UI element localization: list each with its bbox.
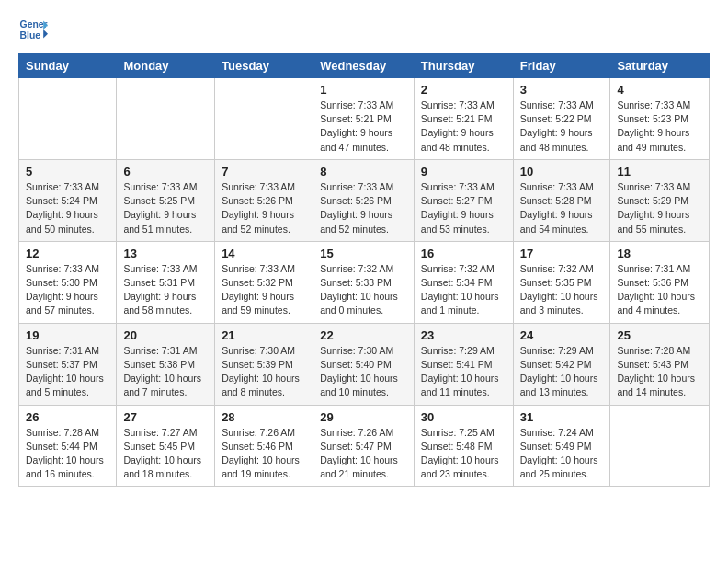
day-number: 31 [520,410,604,424]
calendar-cell: 1Sunrise: 7:33 AM Sunset: 5:21 PM Daylig… [313,78,415,160]
day-info: Sunrise: 7:31 AM Sunset: 5:36 PM Dayligh… [617,262,702,318]
day-info: Sunrise: 7:28 AM Sunset: 5:44 PM Dayligh… [26,426,109,482]
day-number: 4 [617,83,702,97]
day-info: Sunrise: 7:32 AM Sunset: 5:35 PM Dayligh… [520,262,604,318]
calendar-table: SundayMondayTuesdayWednesdayThursdayFrid… [18,53,710,487]
day-number: 20 [123,328,208,342]
calendar-cell [215,78,313,160]
day-number: 11 [617,165,702,178]
day-info: Sunrise: 7:25 AM Sunset: 5:48 PM Dayligh… [421,426,506,482]
page-header: General Blue [18,15,710,44]
logo: General Blue [18,15,48,44]
calendar-cell: 25Sunrise: 7:28 AM Sunset: 5:43 PM Dayli… [610,323,710,405]
day-info: Sunrise: 7:33 AM Sunset: 5:30 PM Dayligh… [26,262,109,318]
calendar-cell: 16Sunrise: 7:32 AM Sunset: 5:34 PM Dayli… [414,241,513,323]
day-info: Sunrise: 7:32 AM Sunset: 5:33 PM Dayligh… [320,262,407,318]
day-info: Sunrise: 7:29 AM Sunset: 5:41 PM Dayligh… [421,344,506,400]
day-number: 18 [617,247,702,260]
day-number: 26 [26,410,109,424]
calendar-cell: 19Sunrise: 7:31 AM Sunset: 5:37 PM Dayli… [19,323,117,405]
day-number: 10 [520,165,604,178]
svg-marker-3 [43,29,48,39]
calendar-cell [610,405,710,487]
day-info: Sunrise: 7:33 AM Sunset: 5:27 PM Dayligh… [421,180,506,236]
calendar-cell: 5Sunrise: 7:33 AM Sunset: 5:24 PM Daylig… [19,159,117,241]
calendar-cell: 14Sunrise: 7:33 AM Sunset: 5:32 PM Dayli… [215,241,313,323]
weekday-header-friday: Friday [513,54,610,78]
day-info: Sunrise: 7:33 AM Sunset: 5:23 PM Dayligh… [617,98,702,155]
day-info: Sunrise: 7:30 AM Sunset: 5:40 PM Dayligh… [320,344,407,400]
calendar-cell: 6Sunrise: 7:33 AM Sunset: 5:25 PM Daylig… [117,159,215,241]
day-info: Sunrise: 7:33 AM Sunset: 5:21 PM Dayligh… [421,98,506,155]
calendar-cell: 4Sunrise: 7:33 AM Sunset: 5:23 PM Daylig… [610,78,710,160]
calendar-cell: 15Sunrise: 7:32 AM Sunset: 5:33 PM Dayli… [313,241,415,323]
calendar-cell: 30Sunrise: 7:25 AM Sunset: 5:48 PM Dayli… [414,405,513,487]
logo-icon: General Blue [18,15,48,44]
calendar-cell: 9Sunrise: 7:33 AM Sunset: 5:27 PM Daylig… [414,159,513,241]
day-info: Sunrise: 7:33 AM Sunset: 5:31 PM Dayligh… [123,262,208,318]
day-number: 12 [26,247,109,260]
day-info: Sunrise: 7:33 AM Sunset: 5:25 PM Dayligh… [123,180,208,236]
calendar-cell: 26Sunrise: 7:28 AM Sunset: 5:44 PM Dayli… [19,405,117,487]
svg-text:Blue: Blue [20,30,41,40]
day-number: 1 [320,83,407,97]
calendar-week-row: 19Sunrise: 7:31 AM Sunset: 5:37 PM Dayli… [19,323,710,405]
calendar-cell: 12Sunrise: 7:33 AM Sunset: 5:30 PM Dayli… [19,241,117,323]
day-info: Sunrise: 7:26 AM Sunset: 5:47 PM Dayligh… [320,426,407,482]
weekday-header-wednesday: Wednesday [313,54,415,78]
day-info: Sunrise: 7:24 AM Sunset: 5:49 PM Dayligh… [520,426,604,482]
calendar-cell: 2Sunrise: 7:33 AM Sunset: 5:21 PM Daylig… [414,78,513,160]
day-info: Sunrise: 7:31 AM Sunset: 5:37 PM Dayligh… [26,344,109,400]
calendar-week-row: 5Sunrise: 7:33 AM Sunset: 5:24 PM Daylig… [19,159,710,241]
calendar-cell: 11Sunrise: 7:33 AM Sunset: 5:29 PM Dayli… [610,159,710,241]
day-number: 27 [123,410,208,424]
calendar-week-row: 26Sunrise: 7:28 AM Sunset: 5:44 PM Dayli… [19,405,710,487]
calendar-cell: 22Sunrise: 7:30 AM Sunset: 5:40 PM Dayli… [313,323,415,405]
day-info: Sunrise: 7:32 AM Sunset: 5:34 PM Dayligh… [421,262,506,318]
day-info: Sunrise: 7:33 AM Sunset: 5:29 PM Dayligh… [617,180,702,236]
day-number: 24 [520,328,604,342]
day-number: 29 [320,410,407,424]
day-info: Sunrise: 7:33 AM Sunset: 5:28 PM Dayligh… [520,180,604,236]
day-number: 25 [617,328,702,342]
weekday-header-thursday: Thursday [414,54,513,78]
day-info: Sunrise: 7:33 AM Sunset: 5:21 PM Dayligh… [320,98,407,155]
calendar-cell [117,78,215,160]
day-number: 9 [421,165,506,178]
weekday-header-tuesday: Tuesday [215,54,313,78]
calendar-cell: 7Sunrise: 7:33 AM Sunset: 5:26 PM Daylig… [215,159,313,241]
day-info: Sunrise: 7:29 AM Sunset: 5:42 PM Dayligh… [520,344,604,400]
day-number: 30 [421,410,506,424]
day-info: Sunrise: 7:27 AM Sunset: 5:45 PM Dayligh… [123,426,208,482]
day-number: 14 [222,247,306,260]
calendar-cell: 20Sunrise: 7:31 AM Sunset: 5:38 PM Dayli… [117,323,215,405]
weekday-header-row: SundayMondayTuesdayWednesdayThursdayFrid… [19,54,710,78]
day-number: 17 [520,247,604,260]
day-number: 2 [421,83,506,97]
day-number: 28 [222,410,306,424]
calendar-cell: 23Sunrise: 7:29 AM Sunset: 5:41 PM Dayli… [414,323,513,405]
day-number: 16 [421,247,506,260]
day-number: 6 [123,165,208,178]
calendar-cell: 17Sunrise: 7:32 AM Sunset: 5:35 PM Dayli… [513,241,610,323]
calendar-cell [19,78,117,160]
day-number: 8 [320,165,407,178]
day-number: 15 [320,247,407,260]
day-number: 5 [26,165,109,178]
day-number: 7 [222,165,306,178]
calendar-cell: 24Sunrise: 7:29 AM Sunset: 5:42 PM Dayli… [513,323,610,405]
calendar-cell: 13Sunrise: 7:33 AM Sunset: 5:31 PM Dayli… [117,241,215,323]
calendar-cell: 28Sunrise: 7:26 AM Sunset: 5:46 PM Dayli… [215,405,313,487]
weekday-header-saturday: Saturday [610,54,710,78]
weekday-header-monday: Monday [117,54,215,78]
day-info: Sunrise: 7:26 AM Sunset: 5:46 PM Dayligh… [222,426,306,482]
day-number: 3 [520,83,604,97]
calendar-cell: 31Sunrise: 7:24 AM Sunset: 5:49 PM Dayli… [513,405,610,487]
day-number: 22 [320,328,407,342]
day-number: 13 [123,247,208,260]
day-info: Sunrise: 7:30 AM Sunset: 5:39 PM Dayligh… [222,344,306,400]
day-info: Sunrise: 7:33 AM Sunset: 5:24 PM Dayligh… [26,180,109,236]
day-number: 23 [421,328,506,342]
calendar-cell: 10Sunrise: 7:33 AM Sunset: 5:28 PM Dayli… [513,159,610,241]
day-info: Sunrise: 7:33 AM Sunset: 5:26 PM Dayligh… [222,180,306,236]
